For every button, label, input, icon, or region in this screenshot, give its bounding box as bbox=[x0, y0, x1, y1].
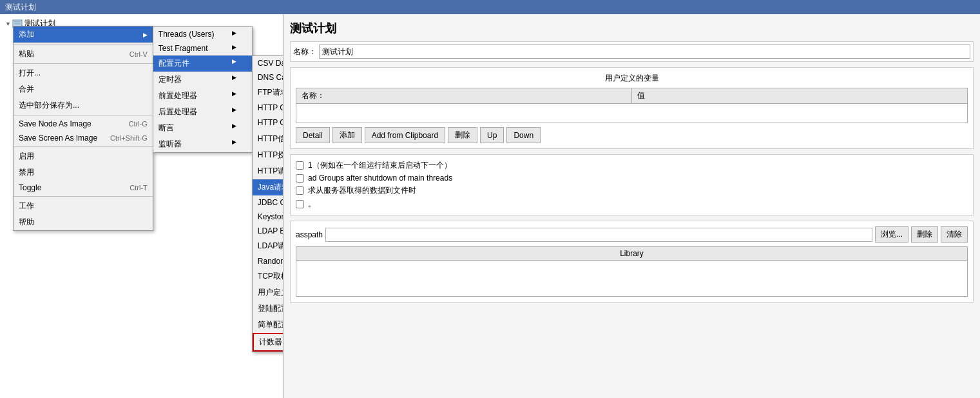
user-vars-title: 用户定义的变量 bbox=[296, 73, 968, 84]
classpath-area: asspath 浏览... 删除 清除 Library bbox=[290, 221, 974, 303]
checkbox-row-2: ad Groups after shutdown of main threads bbox=[296, 174, 968, 183]
help-label: 帮助 bbox=[19, 217, 34, 226]
delete-button[interactable]: 删除 bbox=[448, 127, 477, 143]
menu-item-open[interactable]: 打开... bbox=[14, 65, 153, 81]
add-button[interactable]: 添加 bbox=[332, 127, 362, 143]
col-value-header: 值 bbox=[632, 88, 967, 103]
menu-separator-5 bbox=[14, 196, 153, 197]
config-keystore[interactable]: Keystore Configuration bbox=[253, 210, 283, 224]
tree-panel: ▼ 测试计划 ▼ U bbox=[0, 14, 283, 398]
menu-item-enable[interactable]: 启用 bbox=[14, 148, 153, 164]
menu-item-save-node[interactable]: Save Node As Image Ctrl-G bbox=[14, 117, 153, 131]
menu-item-merge[interactable]: 合并 bbox=[14, 81, 153, 97]
user-vars-section: 用户定义的变量 名称： 值 Detail 添加 Add from Clipboa… bbox=[290, 67, 974, 149]
menu-item-toggle[interactable]: Toggle Ctrl-T bbox=[14, 181, 153, 195]
vars-table-header: 名称： 值 bbox=[296, 88, 968, 104]
checkbox-3-label: 求从服务器取得的数据到文件时 bbox=[308, 185, 416, 196]
expand-icon: ▼ bbox=[5, 21, 11, 27]
config-http-cache[interactable]: HTTP Cache Manager bbox=[253, 101, 283, 115]
config-jdbc[interactable]: JDBC Connection Configuration bbox=[253, 195, 283, 210]
menu-separator-4 bbox=[14, 146, 153, 147]
name-row: 名称： bbox=[290, 41, 974, 62]
config-login[interactable]: 登陆配置元件/素 bbox=[253, 301, 283, 317]
library-header: Library bbox=[296, 247, 967, 261]
submenu-add-assertion[interactable]: 断言▶ bbox=[153, 120, 252, 136]
work-label: 工作 bbox=[19, 201, 34, 210]
menu-separator-3 bbox=[14, 115, 153, 115]
submenu-add-pre[interactable]: 前置处理器▶ bbox=[153, 88, 252, 104]
config-http-header[interactable]: HTTP信息头管理器 bbox=[253, 131, 283, 147]
menu-item-paste[interactable]: 粘贴 Ctrl-V bbox=[14, 46, 153, 62]
submenu-add-post[interactable]: 后置处理器▶ bbox=[153, 104, 252, 120]
title-bar-text: 测试计划 bbox=[5, 2, 36, 13]
config-random-var[interactable]: Random Variable bbox=[253, 254, 283, 268]
config-simple[interactable]: 简单配置元件 bbox=[253, 317, 283, 333]
enable-label: 启用 bbox=[19, 152, 34, 161]
config-ftp[interactable]: FTP请求缺省值 bbox=[253, 85, 283, 101]
submenu-add: Threads (Users)▶ Test Fragment▶ 配置元件▶ CS… bbox=[153, 26, 253, 153]
col-name-header: 名称： bbox=[296, 88, 632, 103]
classpath-label: asspath bbox=[296, 230, 323, 239]
checkboxes-area: 1（例如在一个组运行结束后启动下一个） ad Groups after shut… bbox=[290, 154, 974, 215]
panel-title: 测试计划 bbox=[290, 21, 974, 36]
checkbox-1[interactable] bbox=[296, 161, 304, 170]
save-screen-shortcut: Ctrl+Shift-G bbox=[110, 134, 148, 142]
config-ldap-ext[interactable]: LDAP Extended Request Defaults bbox=[253, 224, 283, 238]
name-input[interactable] bbox=[319, 45, 970, 59]
checkbox-row-1: 1（例如在一个组运行结束后启动下一个） bbox=[296, 160, 968, 171]
toggle-label: Toggle bbox=[19, 183, 41, 192]
menu-item-help[interactable]: 帮助 bbox=[14, 214, 153, 230]
paste-label: 粘贴 bbox=[19, 48, 34, 59]
checkbox-row-4: 。 bbox=[296, 199, 968, 210]
menu-add-label: 添加 bbox=[19, 29, 34, 40]
disable-label: 禁用 bbox=[19, 168, 34, 177]
browse-button[interactable]: 浏览... bbox=[875, 226, 908, 243]
submenu-add-threads[interactable]: Threads (Users)▶ bbox=[153, 27, 252, 41]
classpath-row: asspath 浏览... 删除 清除 bbox=[296, 226, 968, 243]
name-label: 名称： bbox=[293, 46, 316, 57]
classpath-delete-button[interactable]: 删除 bbox=[911, 226, 938, 243]
submenu-add-listener[interactable]: 监听器▶ bbox=[153, 136, 252, 152]
submenu-add-fragment[interactable]: Test Fragment▶ bbox=[153, 41, 252, 55]
checkbox-3[interactable] bbox=[296, 186, 304, 195]
down-button[interactable]: Down bbox=[506, 127, 541, 143]
library-body bbox=[296, 261, 967, 296]
config-ldap-default[interactable]: LDAP请求默认值 bbox=[253, 238, 283, 254]
save-partial-label: 选中部分保存为... bbox=[19, 101, 79, 110]
checkbox-2[interactable] bbox=[296, 174, 304, 183]
up-button[interactable]: Up bbox=[480, 127, 504, 143]
add-from-clipboard-button[interactable]: Add from Clipboard bbox=[365, 127, 445, 143]
vars-table-body bbox=[296, 104, 968, 123]
main-window: 测试计划 ▼ 测试计划 ▼ bbox=[0, 0, 980, 398]
config-user-vars[interactable]: 用户定义的变量 bbox=[253, 284, 283, 301]
config-http-req[interactable]: HTTP请求默认值 bbox=[253, 163, 283, 179]
title-bar: 测试计划 bbox=[0, 0, 980, 14]
checkbox-4[interactable] bbox=[296, 200, 304, 208]
classpath-clear-button[interactable]: 清除 bbox=[941, 226, 968, 243]
config-http-cookie[interactable]: HTTP Cookie 管理器 bbox=[253, 115, 283, 131]
submenu-add-config[interactable]: 配置元件▶ CSV Data Set Config DNS Cache Mana… bbox=[153, 55, 252, 72]
merge-label: 合并 bbox=[19, 85, 34, 94]
menu-item-save-partial[interactable]: 选中部分保存为... bbox=[14, 97, 153, 114]
save-screen-label: Save Screen As Image bbox=[19, 134, 97, 143]
menu-item-save-screen[interactable]: Save Screen As Image Ctrl+Shift-G bbox=[14, 131, 153, 145]
detail-button[interactable]: Detail bbox=[296, 127, 330, 143]
config-dns[interactable]: DNS Cache Manager bbox=[253, 70, 283, 85]
menu-item-disable[interactable]: 禁用 bbox=[14, 164, 153, 181]
toggle-shortcut: Ctrl-T bbox=[130, 184, 148, 192]
save-node-label: Save Node As Image bbox=[19, 119, 91, 128]
config-csv[interactable]: CSV Data Set Config bbox=[253, 56, 283, 70]
menu-item-work[interactable]: 工作 bbox=[14, 198, 153, 214]
save-node-shortcut: Ctrl-G bbox=[129, 120, 148, 128]
config-tcp[interactable]: TCP取样器配置 bbox=[253, 268, 283, 284]
config-java-req[interactable]: Java请求默认值 bbox=[253, 179, 283, 195]
config-http-auth[interactable]: HTTP授权管理器 bbox=[253, 147, 283, 163]
submenu-add-timer[interactable]: 定时器▶ bbox=[153, 72, 252, 88]
checkbox-1-label: 1（例如在一个组运行结束后启动下一个） bbox=[308, 160, 452, 171]
context-menu: 添加 ▶ Threads (Users)▶ Test Fragment▶ 配置元… bbox=[13, 26, 153, 231]
config-counter[interactable]: 计数器 bbox=[253, 333, 283, 352]
classpath-input[interactable] bbox=[325, 228, 872, 242]
menu-item-add[interactable]: 添加 ▶ Threads (Users)▶ Test Fragment▶ 配置元… bbox=[14, 26, 153, 43]
checkbox-4-label: 。 bbox=[308, 199, 316, 210]
submenu-config: CSV Data Set Config DNS Cache Manager FT… bbox=[252, 55, 283, 352]
